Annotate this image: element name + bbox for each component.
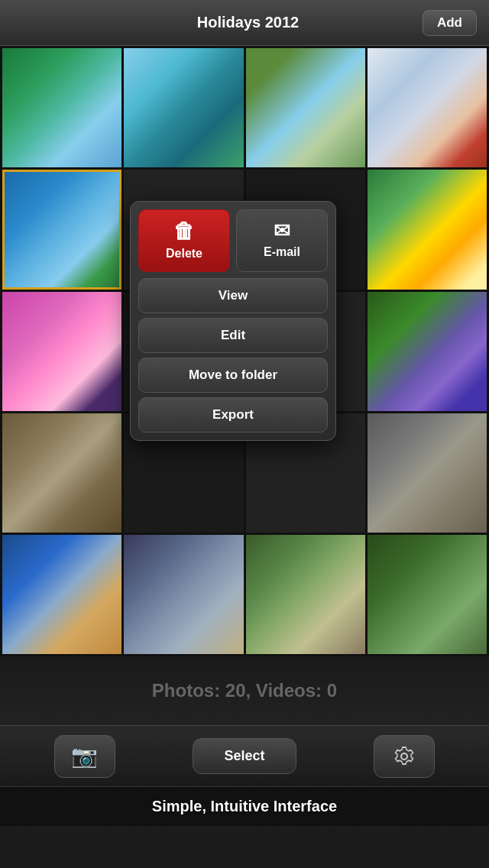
photo-cell[interactable] (124, 535, 243, 654)
stats-text: Photos: 20, Videos: 0 (152, 680, 337, 701)
photo-cell[interactable] (368, 292, 487, 411)
camera-button[interactable]: 📷 (54, 735, 115, 778)
stats-bar: Photos: 20, Videos: 0 (0, 656, 489, 725)
delete-button[interactable]: 🗑 Delete (138, 209, 230, 272)
trash-icon: 🗑 (173, 221, 195, 242)
export-button[interactable]: Export (138, 397, 328, 432)
view-button[interactable]: View (138, 278, 328, 313)
delete-label: Delete (166, 247, 202, 261)
photo-cell-selected[interactable] (2, 170, 121, 289)
settings-button[interactable] (374, 735, 435, 778)
select-button[interactable]: Select (193, 738, 296, 774)
photo-cell[interactable] (2, 292, 121, 411)
photo-cell[interactable] (2, 48, 121, 167)
app-container: Holidays 2012 Add (0, 0, 489, 868)
photo-cell[interactable] (2, 413, 121, 533)
photo-cell[interactable] (368, 535, 487, 654)
photo-cell[interactable] (246, 535, 365, 654)
header: Holidays 2012 Add (0, 0, 489, 46)
photo-cell[interactable] (124, 48, 243, 167)
email-label: E-mail (264, 245, 300, 259)
photo-cell[interactable] (368, 413, 487, 533)
gear-icon (393, 745, 416, 768)
photo-cell[interactable] (368, 48, 487, 167)
context-menu-top-row: 🗑 Delete ✉ E-mail (138, 209, 328, 272)
move-to-folder-button[interactable]: Move to folder (138, 358, 328, 393)
photo-cell[interactable] (368, 170, 487, 289)
context-menu: 🗑 Delete ✉ E-mail View Edit Move to fold… (130, 201, 336, 441)
add-button[interactable]: Add (423, 10, 477, 36)
photo-cell[interactable] (2, 535, 121, 654)
email-icon: ✉ (274, 221, 290, 241)
footer-tagline: Simple, Intuitive Interface (152, 798, 337, 815)
email-button[interactable]: ✉ E-mail (236, 209, 328, 272)
album-title: Holidays 2012 (73, 14, 423, 31)
edit-button[interactable]: Edit (138, 318, 328, 353)
footer: Simple, Intuitive Interface (0, 786, 489, 826)
camera-icon: 📷 (71, 743, 98, 769)
bottom-toolbar: 📷 Select (0, 725, 489, 786)
photo-cell[interactable] (246, 48, 365, 167)
